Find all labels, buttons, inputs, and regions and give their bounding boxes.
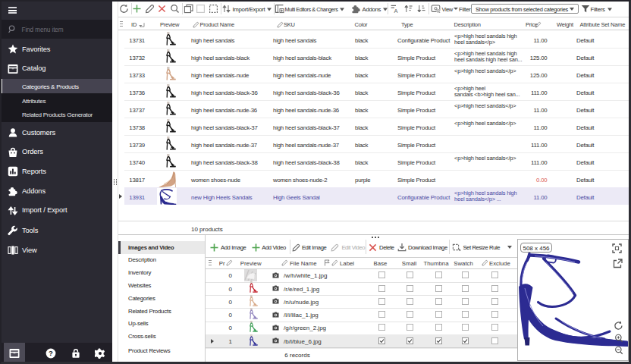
svg-text:?: ?	[49, 349, 53, 357]
svg-text:A: A	[394, 8, 398, 14]
